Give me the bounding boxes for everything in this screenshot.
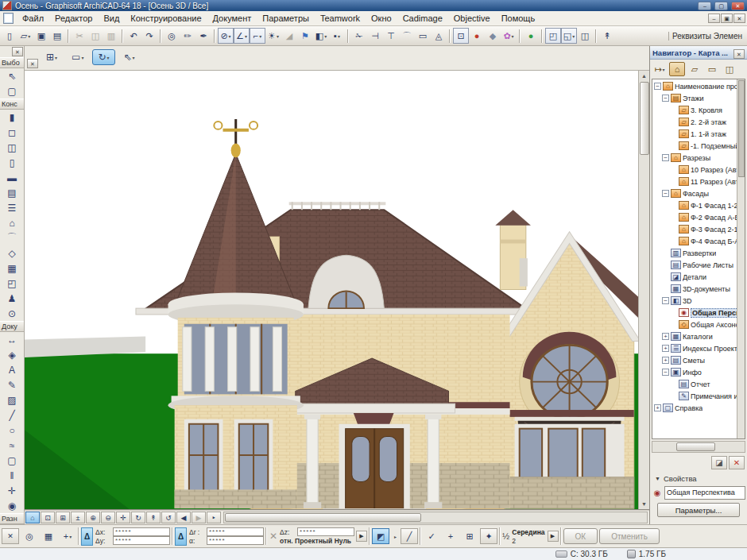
text-tool[interactable]: A xyxy=(0,362,24,377)
more-options-button[interactable]: ‣ xyxy=(207,512,221,523)
orbit-mode-button[interactable]: ↻▾ xyxy=(92,49,114,65)
tree-item-развертки[interactable]: ▥Развертки xyxy=(652,247,745,259)
mark-up-button[interactable]: ⚑ xyxy=(297,28,313,44)
rotate-view-button[interactable]: ↺ xyxy=(161,512,176,523)
tree-item-этажи[interactable]: −▤Этажи xyxy=(652,92,745,104)
viewport-horizontal-scrollbar[interactable] xyxy=(223,512,648,523)
doc-close-button[interactable]: ✕ xyxy=(733,14,745,23)
render-preview-button[interactable]: ● xyxy=(523,28,539,44)
dx-field[interactable]: ***** xyxy=(113,527,170,536)
editing-plane-dropdown[interactable]: ▸ xyxy=(391,528,399,544)
collapse-icon[interactable]: − xyxy=(662,95,669,102)
pick-up-parameters-button[interactable]: ✏ xyxy=(180,28,195,44)
angle-field[interactable]: ***** xyxy=(207,536,264,545)
sun-settings-button[interactable]: ☀▾ xyxy=(265,28,281,44)
orbit-view-button[interactable]: ◎ xyxy=(164,28,180,44)
beam-tool[interactable]: ▬ xyxy=(0,170,24,185)
zone-tool[interactable]: ◰ xyxy=(0,276,24,291)
publisher-arrow-button[interactable]: ↦▾ xyxy=(652,62,668,76)
tree-item-общая-персп[interactable]: ◉Общая Персп xyxy=(652,307,745,319)
tree-item-примечания-и-з[interactable]: ✎Примечания и З xyxy=(652,390,745,402)
magic-wand-button[interactable]: ✦ xyxy=(480,528,497,544)
camera-path-button[interactable]: ✿▾ xyxy=(501,28,517,44)
new-file-button[interactable]: ▯ xyxy=(2,28,17,44)
publisher-arrow-dropdown-icon[interactable]: ▾ xyxy=(663,67,665,72)
menu-окно[interactable]: Окно xyxy=(366,13,397,24)
transform-button[interactable]: ⊞ xyxy=(461,528,478,544)
dimension-tool[interactable]: ↔ xyxy=(0,332,24,347)
open-file-dropdown-icon[interactable]: ▾ xyxy=(28,33,30,39)
tree-item-общая-аксоном[interactable]: ◇Общая Аксоном xyxy=(652,319,745,330)
collapse-triangle-icon[interactable]: ▼ xyxy=(655,476,660,481)
layout-book-button[interactable]: ▭ xyxy=(704,62,720,76)
snap-guide-expand-button[interactable]: ▶ xyxy=(548,531,559,542)
collapse-icon[interactable]: − xyxy=(662,190,669,197)
tree-item-3-кровля[interactable]: ▱3. Кровля xyxy=(652,104,745,116)
gravity-button[interactable]: ∠▾ xyxy=(234,28,250,44)
zoom-in-button[interactable]: ⊕ xyxy=(86,512,100,523)
tree-item-ф-1-фасад-1-2[interactable]: ⌂Ф-1 Фасад 1-2 ( xyxy=(652,199,745,211)
tree-item-ф-2-фасад-а-б[interactable]: ⌂Ф-2 Фасад А-Б ( xyxy=(652,211,745,223)
tree-item-справка[interactable]: +▢Справка xyxy=(652,402,745,414)
stair-tool[interactable]: ☰ xyxy=(0,200,24,215)
menu-objective[interactable]: Objective xyxy=(448,13,496,24)
marquee-tool[interactable]: ▢ xyxy=(0,83,24,98)
tree-item-ф-3-фасад-2-1[interactable]: ⌂Ф-3 Фасад 2-1 ( xyxy=(652,223,745,235)
layers-dropdown-icon[interactable]: ▾ xyxy=(324,33,327,39)
collapse-icon[interactable]: − xyxy=(662,297,669,304)
level-dimension-tool[interactable]: ◈ xyxy=(0,347,24,362)
menu-cadimage[interactable]: Cadimage xyxy=(397,13,448,24)
element-settings-dropdown-icon[interactable]: ▾ xyxy=(338,33,340,39)
view-name-field[interactable]: Общая Перспектива xyxy=(664,486,745,500)
print-button[interactable]: ▤ xyxy=(49,28,65,44)
layers-button[interactable]: ◧▾ xyxy=(313,28,329,44)
suspend-groups-button[interactable]: ⊘▾ xyxy=(218,28,234,44)
lamp-tool[interactable]: ⊙ xyxy=(0,306,24,321)
scroll-up-icon[interactable]: ▲ xyxy=(639,71,649,81)
tree-item-3d-документы[interactable]: ▦3D-документы xyxy=(652,283,745,295)
tree-item-1-1-й-этаж[interactable]: ▱1. 1-й этаж xyxy=(652,128,745,140)
3d-cutting-planes-button[interactable]: ◆ xyxy=(485,28,501,44)
menu-помощь[interactable]: Помощь xyxy=(496,13,541,24)
photorendering-button[interactable]: ● xyxy=(469,28,485,44)
fill-tool[interactable]: ▨ xyxy=(0,392,24,407)
circle-tool[interactable]: ○ xyxy=(0,423,24,438)
tree-item-3d[interactable]: −◧3D xyxy=(652,295,745,307)
properties-section[interactable]: ▼ Свойства xyxy=(650,472,747,485)
close-button[interactable]: ✕ xyxy=(731,2,745,10)
navigator-close-button[interactable]: ✕ xyxy=(733,49,745,59)
orbit-mode-dropdown-icon[interactable]: ▾ xyxy=(107,55,110,60)
element-settings-button[interactable]: ▪▾ xyxy=(329,28,345,44)
new-folder-button[interactable]: ◪ xyxy=(711,456,727,469)
inject-parameters-button[interactable]: ✒ xyxy=(195,28,211,44)
tree-hscroll-thumb[interactable] xyxy=(676,442,714,451)
tree-item-разрезы[interactable]: −⌂Разрезы xyxy=(652,152,745,164)
tree-vscroll-thumb[interactable] xyxy=(738,80,745,177)
menu-документ[interactable]: Документ xyxy=(207,13,257,24)
previous-view-button[interactable]: ◀ xyxy=(176,512,191,523)
fit-in-window-button[interactable]: ⊞ xyxy=(56,512,70,523)
snap-line-button[interactable]: ╱ xyxy=(401,528,418,544)
tree-item-индексы-проекта[interactable]: +☰Индексы Проекта xyxy=(652,342,745,354)
tree-horizontal-scrollbar[interactable] xyxy=(652,441,745,453)
menu-вид[interactable]: Вид xyxy=(98,13,125,24)
guide-lines-button[interactable]: ⌐▾ xyxy=(250,28,265,44)
viewport-vertical-scrollbar[interactable]: ▲ ▼ xyxy=(638,71,649,509)
tree-item-фасады[interactable]: −⌂Фасады xyxy=(652,187,745,199)
save-button[interactable]: ▣ xyxy=(33,28,49,44)
undo-button[interactable]: ↶ xyxy=(126,28,141,44)
tree-item-отчет[interactable]: ▤Отчет xyxy=(652,378,745,390)
sun-settings-dropdown-icon[interactable]: ▾ xyxy=(277,33,279,39)
reference-level-label[interactable]: отн. Проектный Нуль xyxy=(280,537,351,545)
tree-item-детали[interactable]: ◪Детали xyxy=(652,271,745,283)
marquee-mode-dropdown-icon[interactable]: ▾ xyxy=(81,55,83,60)
elevate-button[interactable]: ◬ xyxy=(431,28,447,44)
zoom-rectangle-button[interactable]: ⊡ xyxy=(41,512,55,523)
fillet-button[interactable]: ⌒ xyxy=(399,28,415,44)
redo-button[interactable]: ↷ xyxy=(141,28,157,44)
doc-restore-button[interactable]: ▣ xyxy=(721,14,733,23)
collapse-icon[interactable]: − xyxy=(654,83,661,90)
zoom-frame-button[interactable]: ◰ xyxy=(545,28,561,44)
viewport-vscroll-thumb[interactable] xyxy=(640,82,649,155)
show-selection-button[interactable]: ⊞▾ xyxy=(41,49,63,65)
